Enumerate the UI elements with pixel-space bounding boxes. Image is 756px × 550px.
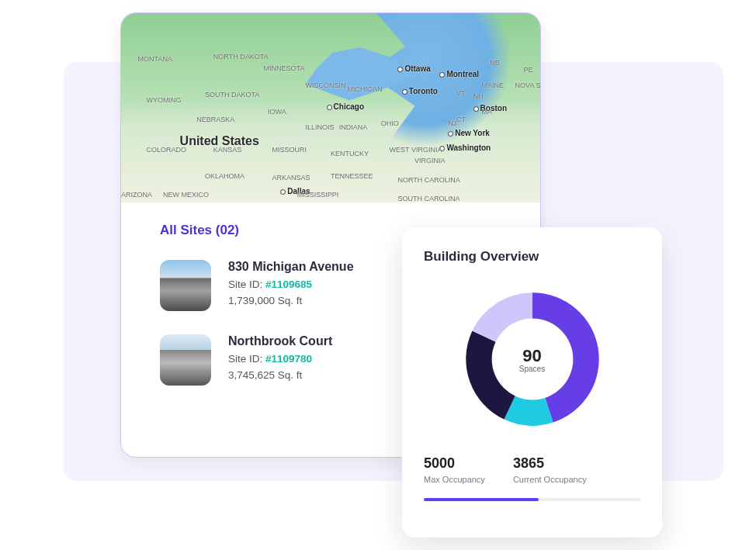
map-label: KENTUCKY: [331, 150, 369, 157]
map-label: MICHIGAN: [348, 85, 383, 93]
map-label: Ottawa: [397, 64, 430, 73]
map-label: WEST VIRGINIA: [390, 146, 442, 154]
map-label: NEBRASKA: [196, 116, 234, 123]
site-id-line: Site ID: #1109685: [228, 278, 354, 290]
map-label: MONTANA: [138, 55, 172, 63]
site-area: 1,739,000 Sq. ft: [228, 295, 354, 306]
map-label: MISSISSIPPI: [297, 191, 339, 199]
map-label: NOVA SCOT: [515, 81, 541, 89]
donut-center-value: 90: [522, 346, 541, 366]
site-area: 3,745,625 Sq. ft: [228, 369, 332, 381]
map-label: MISSOURI: [272, 146, 307, 154]
current-occupancy-label: Current Occupancy: [513, 475, 587, 484]
map-label: KANSAS: [213, 146, 242, 154]
map-label: ARKANSAS: [272, 174, 310, 182]
site-id-line: Site ID: #1109780: [228, 353, 332, 365]
max-occupancy-value: 5000: [424, 455, 485, 472]
map-label: Montreal: [439, 70, 479, 78]
map-label: IOWA: [268, 108, 286, 116]
map-label: NB: [490, 59, 500, 67]
occupancy-progress-fill: [424, 498, 539, 501]
max-occupancy-label: Max Occupancy: [424, 475, 485, 484]
map-label: WYOMING: [146, 96, 181, 104]
map-label: WISCONSIN: [306, 81, 346, 89]
map-label: SOUTH CAROLINA: [397, 195, 459, 202]
map-label: ILLINOIS: [306, 123, 335, 131]
map-label: MA: [481, 108, 492, 116]
map-label: Toronto: [402, 87, 438, 95]
map-label: PE: [523, 66, 532, 74]
map-label: MINNESOTA: [264, 64, 305, 72]
site-name: 830 Michigan Avenue: [228, 260, 354, 274]
map-label: CT: [456, 116, 466, 123]
map-label: NORTH DAKOTA: [213, 53, 269, 61]
site-id-label: Site ID:: [228, 353, 262, 365]
building-overview-card: Building Overview 90 Spaces 5000 Max Occ…: [402, 227, 662, 538]
donut-center-label: Spaces: [519, 365, 545, 373]
site-thumbnail: [160, 334, 211, 386]
map-label: INDIANA: [339, 123, 368, 131]
site-thumbnail: [160, 260, 211, 311]
map-label: MAINE: [481, 81, 504, 89]
map-label: NJ: [448, 119, 456, 127]
map-region[interactable]: United StatesOttawaMontrealTorontoChicag…: [121, 13, 540, 202]
map-label: NH: [473, 92, 484, 100]
map-label: VIRGINIA: [414, 157, 446, 164]
current-occupancy-value: 3865: [513, 455, 587, 472]
site-id-label: Site ID:: [228, 278, 262, 290]
map-label: SOUTH DAKOTA: [205, 91, 259, 99]
map-label: TENNESSEE: [331, 172, 373, 180]
map-label: OHIO: [381, 119, 399, 127]
map-label: VT: [456, 89, 466, 97]
map-label: Chicago: [327, 102, 364, 111]
map-label: ARIZONA: [121, 191, 152, 199]
donut-chart: 90 Spaces: [455, 282, 610, 437]
overview-title: Building Overview: [424, 249, 640, 265]
map-label: NORTH CAROLINA: [397, 176, 459, 184]
site-id-value: #1109685: [265, 278, 312, 290]
site-name: Northbrook Court: [228, 334, 332, 348]
site-id-value: #1109780: [265, 353, 312, 365]
map-label: NEW MEXICO: [163, 191, 209, 199]
map-label: New York: [448, 129, 490, 137]
map-label: COLORADO: [146, 146, 186, 154]
map-label: OKLAHOMA: [205, 172, 244, 180]
map-label: Washington: [439, 144, 491, 152]
occupancy-progress-track: [424, 498, 640, 501]
